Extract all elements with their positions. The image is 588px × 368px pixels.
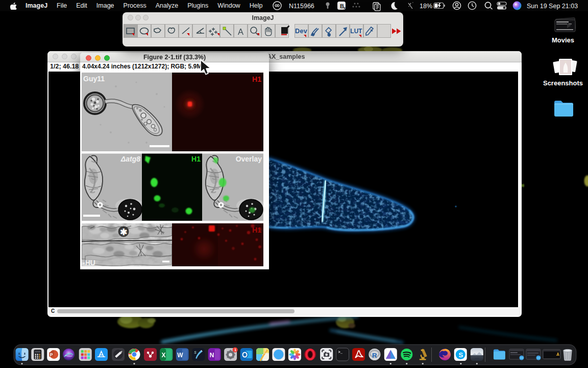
svg-text:S: S xyxy=(459,351,463,359)
svg-text:H1: H1 xyxy=(252,75,261,83)
svg-text:Sun 19 Sep 21:03: Sun 19 Sep 21:03 xyxy=(527,3,578,10)
svg-text:W: W xyxy=(177,352,183,359)
svg-text:✱: ✱ xyxy=(120,227,127,237)
svg-text:R: R xyxy=(372,352,377,359)
svg-text:Overlay: Overlay xyxy=(236,155,262,163)
svg-text:N115966: N115966 xyxy=(289,3,314,10)
svg-text:X: X xyxy=(161,352,165,359)
svg-text:N: N xyxy=(210,352,214,359)
svg-text:1: 1 xyxy=(234,348,236,352)
svg-text:S: S xyxy=(194,351,197,354)
svg-text:Δatg8: Δatg8 xyxy=(120,155,140,163)
svg-text:-HU: -HU xyxy=(83,259,95,267)
svg-text:H1: H1 xyxy=(191,155,201,163)
svg-text:18%: 18% xyxy=(420,3,432,10)
svg-text:x: x xyxy=(344,6,346,10)
svg-text:Guy11: Guy11 xyxy=(83,75,105,83)
svg-text:H1: H1 xyxy=(252,226,261,234)
svg-text:>_: >_ xyxy=(338,350,343,354)
svg-text:P: P xyxy=(50,352,53,357)
